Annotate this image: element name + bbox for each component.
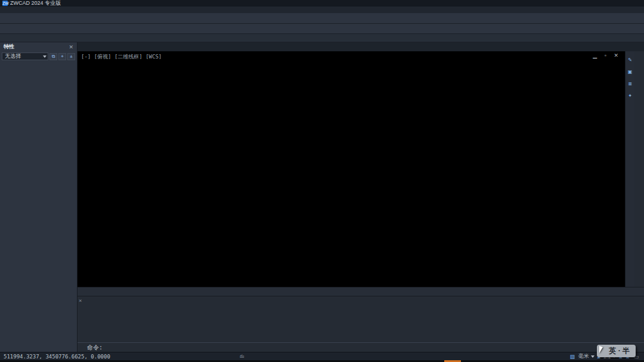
list-icon[interactable]: ≣ — [627, 80, 634, 87]
ime-indicator: 英 · 半 — [597, 345, 636, 357]
keyboard-icon: 🖮 — [240, 354, 244, 359]
right-dock-toolbar: ✎ ▣ ≣ ✦ — [625, 51, 634, 287]
viewport-controls[interactable]: [-] [俯视] [二维线框] [WCS] — [81, 53, 162, 61]
selection-dropdown[interactable]: 无选择 — [2, 52, 48, 60]
cursor-icon — [599, 346, 603, 353]
command-history — [78, 296, 644, 342]
drawing-canvas[interactable]: [-] [俯视] [二维线框] [WCS] ▁ ▫ ✕ — [78, 51, 625, 287]
pencil-icon[interactable]: ✎ — [627, 56, 634, 63]
layer-properties-toolbar — [0, 24, 644, 34]
status-bar: 511994.3237, 3450776.6625, 0.0000 🖮 ▨ 毫米… — [0, 352, 644, 360]
properties-panel-title: 特性 — [4, 43, 14, 51]
chevron-down-icon[interactable] — [591, 355, 595, 358]
coordinate-readout: 511994.3237, 3450776.6625, 0.0000 — [4, 354, 132, 360]
command-close-icon[interactable]: × — [79, 298, 82, 304]
layout-tab-bar — [78, 287, 644, 296]
compass-icon[interactable]: ✦ — [627, 92, 634, 99]
toggle-pickadd-button[interactable]: ± — [67, 53, 75, 60]
properties-panel: 特性 ✕ 无选择 ⧉ ⌖ ± — [0, 42, 78, 352]
standard-toolbar — [0, 13, 644, 24]
project-menu-bar — [0, 34, 644, 42]
chevron-down-icon — [43, 55, 47, 58]
command-line-panel: × 命令: — [78, 296, 644, 352]
title-bar: ZW ZWCAD 2024 专业版 — [0, 0, 644, 7]
command-input[interactable]: 命令: — [78, 342, 644, 352]
properties-panel-header: 特性 ✕ — [0, 42, 77, 51]
units-icon: ▨ — [568, 353, 577, 360]
document-window-controls[interactable]: ▁ ▫ ✕ — [593, 52, 621, 58]
zwcad-window: ZW ZWCAD 2024 专业版 特性 ✕ 无选择 ⧉ ⌖ ± — [0, 0, 644, 362]
menu-bar — [0, 7, 644, 13]
close-icon[interactable]: ✕ — [69, 44, 73, 50]
quick-select-button[interactable]: ⧉ — [49, 53, 57, 60]
panel-icon[interactable]: ▣ — [627, 68, 634, 75]
zwcad-logo-icon: ZW — [2, 1, 8, 6]
units-value[interactable]: 毫米 — [578, 352, 589, 360]
select-objects-button[interactable]: ⌖ — [58, 53, 66, 60]
document-tab-bar — [78, 42, 644, 51]
